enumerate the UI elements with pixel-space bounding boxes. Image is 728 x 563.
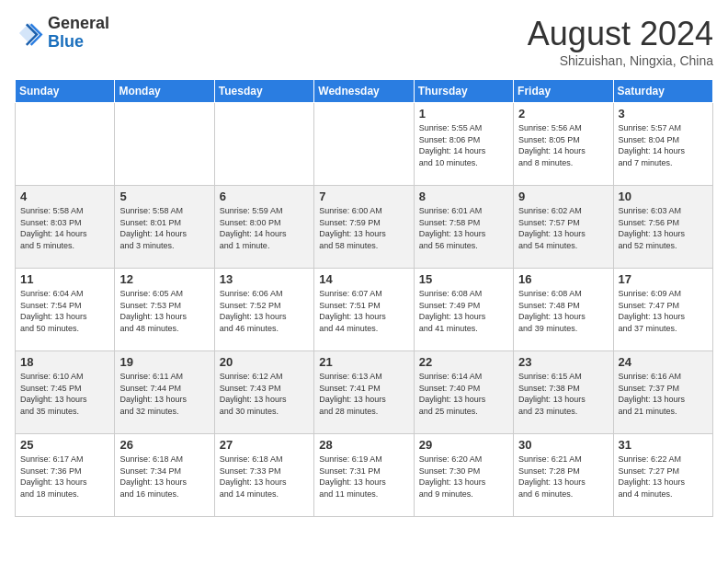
day-number: 2: [518, 107, 608, 121]
logo-blue: Blue: [48, 32, 84, 51]
day-number: 5: [119, 190, 209, 203]
calendar-table: SundayMondayTuesdayWednesdayThursdayFrid…: [15, 79, 713, 517]
calendar-cell: [314, 103, 414, 186]
location-subtitle: Shizuishan, Ningxia, China: [528, 53, 713, 68]
calendar-cell: 18Sunrise: 6:10 AM Sunset: 7:45 PM Dayli…: [16, 351, 115, 434]
day-info: Sunrise: 6:01 AM Sunset: 7:58 PM Dayligh…: [419, 205, 508, 251]
calendar-cell: 13Sunrise: 6:06 AM Sunset: 7:52 PM Dayli…: [214, 269, 313, 351]
day-number: 28: [319, 438, 408, 452]
day-info: Sunrise: 6:10 AM Sunset: 7:45 PM Dayligh…: [20, 371, 109, 417]
calendar-cell: 24Sunrise: 6:16 AM Sunset: 7:37 PM Dayli…: [613, 351, 712, 434]
day-info: Sunrise: 6:12 AM Sunset: 7:43 PM Dayligh…: [220, 371, 309, 417]
day-info: Sunrise: 6:22 AM Sunset: 7:27 PM Dayligh…: [619, 454, 708, 500]
day-info: Sunrise: 6:18 AM Sunset: 7:33 PM Dayligh…: [220, 454, 309, 500]
page-header: General Blue August 2024 Shizuishan, Nin…: [15, 15, 713, 68]
calendar-cell: 12Sunrise: 6:05 AM Sunset: 7:53 PM Dayli…: [115, 269, 214, 351]
day-info: Sunrise: 6:00 AM Sunset: 7:59 PM Dayligh…: [319, 205, 408, 251]
day-info: Sunrise: 5:58 AM Sunset: 8:03 PM Dayligh…: [20, 205, 109, 251]
logo-general: General: [48, 14, 109, 32]
day-info: Sunrise: 6:05 AM Sunset: 7:53 PM Dayligh…: [119, 288, 209, 334]
calendar-cell: 9Sunrise: 6:02 AM Sunset: 7:57 PM Daylig…: [514, 186, 613, 269]
day-number: 16: [518, 272, 608, 286]
calendar-cell: 10Sunrise: 6:03 AM Sunset: 7:56 PM Dayli…: [613, 186, 712, 269]
calendar-header: SundayMondayTuesdayWednesdayThursdayFrid…: [16, 80, 713, 103]
header-day: Friday: [514, 80, 613, 103]
day-number: 8: [419, 190, 508, 203]
day-info: Sunrise: 6:11 AM Sunset: 7:44 PM Dayligh…: [119, 371, 209, 417]
day-info: Sunrise: 6:09 AM Sunset: 7:47 PM Dayligh…: [619, 288, 708, 334]
day-info: Sunrise: 6:14 AM Sunset: 7:40 PM Dayligh…: [419, 371, 508, 417]
calendar-cell: 17Sunrise: 6:09 AM Sunset: 7:47 PM Dayli…: [613, 269, 712, 351]
day-number: 22: [419, 355, 508, 369]
calendar-cell: 23Sunrise: 6:15 AM Sunset: 7:38 PM Dayli…: [514, 351, 613, 434]
header-day: Saturday: [613, 80, 712, 103]
calendar-cell: 27Sunrise: 6:18 AM Sunset: 7:33 PM Dayli…: [214, 434, 313, 517]
header-day: Monday: [115, 80, 214, 103]
calendar-cell: 22Sunrise: 6:14 AM Sunset: 7:40 PM Dayli…: [414, 351, 513, 434]
day-number: 12: [119, 272, 209, 286]
day-number: 27: [220, 438, 309, 452]
day-number: 7: [319, 190, 408, 203]
calendar-cell: [214, 103, 313, 186]
calendar-cell: 6Sunrise: 5:59 AM Sunset: 8:00 PM Daylig…: [214, 186, 313, 269]
day-info: Sunrise: 6:18 AM Sunset: 7:34 PM Dayligh…: [119, 454, 209, 500]
day-info: Sunrise: 5:55 AM Sunset: 8:06 PM Dayligh…: [419, 122, 508, 168]
calendar-cell: 26Sunrise: 6:18 AM Sunset: 7:34 PM Dayli…: [115, 434, 214, 517]
day-number: 17: [619, 272, 708, 286]
calendar-cell: 29Sunrise: 6:20 AM Sunset: 7:30 PM Dayli…: [414, 434, 513, 517]
day-number: 4: [20, 190, 109, 203]
day-number: 30: [518, 438, 608, 452]
header-day: Tuesday: [214, 80, 313, 103]
calendar-cell: 4Sunrise: 5:58 AM Sunset: 8:03 PM Daylig…: [16, 186, 115, 269]
day-number: 24: [619, 355, 708, 369]
calendar-week: 18Sunrise: 6:10 AM Sunset: 7:45 PM Dayli…: [16, 351, 713, 434]
day-number: 3: [619, 107, 708, 121]
calendar-cell: 20Sunrise: 6:12 AM Sunset: 7:43 PM Dayli…: [214, 351, 313, 434]
header-day: Wednesday: [314, 80, 414, 103]
calendar-cell: 31Sunrise: 6:22 AM Sunset: 7:27 PM Dayli…: [613, 434, 712, 517]
calendar-cell: 21Sunrise: 6:13 AM Sunset: 7:41 PM Dayli…: [314, 351, 414, 434]
day-number: 14: [319, 272, 408, 286]
calendar-cell: [115, 103, 214, 186]
day-number: 20: [220, 355, 309, 369]
calendar-cell: 5Sunrise: 5:58 AM Sunset: 8:01 PM Daylig…: [115, 186, 214, 269]
day-info: Sunrise: 6:15 AM Sunset: 7:38 PM Dayligh…: [518, 371, 608, 417]
calendar-week: 25Sunrise: 6:17 AM Sunset: 7:36 PM Dayli…: [16, 434, 713, 517]
logo: General Blue: [15, 15, 109, 52]
day-info: Sunrise: 6:07 AM Sunset: 7:51 PM Dayligh…: [319, 288, 408, 334]
day-info: Sunrise: 6:08 AM Sunset: 7:49 PM Dayligh…: [419, 288, 508, 334]
title-block: August 2024 Shizuishan, Ningxia, China: [528, 15, 713, 68]
day-number: 19: [119, 355, 209, 369]
day-info: Sunrise: 5:58 AM Sunset: 8:01 PM Dayligh…: [119, 205, 209, 251]
day-number: 15: [419, 272, 508, 286]
calendar-cell: 2Sunrise: 5:56 AM Sunset: 8:05 PM Daylig…: [514, 103, 613, 186]
day-info: Sunrise: 5:56 AM Sunset: 8:05 PM Dayligh…: [518, 122, 608, 168]
day-info: Sunrise: 6:21 AM Sunset: 7:28 PM Dayligh…: [518, 454, 608, 500]
day-number: 23: [518, 355, 608, 369]
month-title: August 2024: [528, 15, 713, 53]
logo-icon: [15, 18, 44, 48]
day-number: 21: [319, 355, 408, 369]
header-day: Thursday: [414, 80, 513, 103]
day-info: Sunrise: 6:04 AM Sunset: 7:54 PM Dayligh…: [20, 288, 109, 334]
calendar-cell: 19Sunrise: 6:11 AM Sunset: 7:44 PM Dayli…: [115, 351, 214, 434]
day-number: 6: [220, 190, 309, 203]
calendar-cell: 15Sunrise: 6:08 AM Sunset: 7:49 PM Dayli…: [414, 269, 513, 351]
day-number: 9: [518, 190, 608, 203]
calendar-week: 4Sunrise: 5:58 AM Sunset: 8:03 PM Daylig…: [16, 186, 713, 269]
day-number: 1: [419, 107, 508, 121]
calendar-cell: [16, 103, 115, 186]
day-info: Sunrise: 6:19 AM Sunset: 7:31 PM Dayligh…: [319, 454, 408, 500]
day-info: Sunrise: 5:59 AM Sunset: 8:00 PM Dayligh…: [220, 205, 309, 251]
day-info: Sunrise: 6:20 AM Sunset: 7:30 PM Dayligh…: [419, 454, 508, 500]
day-number: 26: [119, 438, 209, 452]
day-number: 18: [20, 355, 109, 369]
logo-text: General Blue: [48, 15, 109, 52]
day-info: Sunrise: 6:02 AM Sunset: 7:57 PM Dayligh…: [518, 205, 608, 251]
header-day: Sunday: [16, 80, 115, 103]
day-number: 25: [20, 438, 109, 452]
day-number: 10: [619, 190, 708, 203]
calendar-cell: 25Sunrise: 6:17 AM Sunset: 7:36 PM Dayli…: [16, 434, 115, 517]
calendar-cell: 1Sunrise: 5:55 AM Sunset: 8:06 PM Daylig…: [414, 103, 513, 186]
calendar-cell: 7Sunrise: 6:00 AM Sunset: 7:59 PM Daylig…: [314, 186, 414, 269]
